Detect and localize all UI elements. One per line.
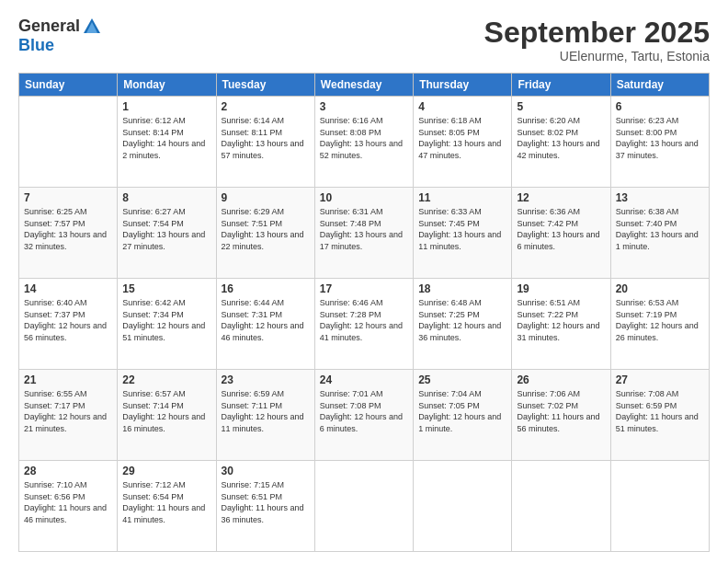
day-number: 12 xyxy=(517,191,605,204)
header-wednesday: Wednesday xyxy=(314,74,413,97)
day-number: 28 xyxy=(24,465,112,477)
day-info: Sunrise: 6:29 AMSunset: 7:51 PMDaylight:… xyxy=(222,206,310,252)
day-number: 9 xyxy=(222,191,310,204)
calendar-week-4: 28Sunrise: 7:10 AMSunset: 6:56 PMDayligh… xyxy=(19,461,710,552)
logo-icon xyxy=(82,17,102,37)
calendar-cell: 7Sunrise: 6:25 AMSunset: 7:57 PMDaylight… xyxy=(19,188,118,279)
calendar-cell: 23Sunrise: 6:59 AMSunset: 7:11 PMDayligh… xyxy=(216,370,314,461)
day-number: 22 xyxy=(122,373,210,386)
calendar-cell: 10Sunrise: 6:31 AMSunset: 7:48 PMDayligh… xyxy=(314,188,413,279)
header-thursday: Thursday xyxy=(414,74,512,97)
calendar-table: Sunday Monday Tuesday Wednesday Thursday… xyxy=(18,73,710,552)
calendar-cell xyxy=(314,461,413,552)
day-info: Sunrise: 6:20 AMSunset: 8:02 PMDaylight:… xyxy=(517,115,605,161)
logo: General Blue xyxy=(18,17,102,55)
header: General Blue September 2025 UElenurme, T… xyxy=(18,17,710,63)
day-info: Sunrise: 7:01 AMSunset: 7:08 PMDaylight:… xyxy=(320,388,408,434)
calendar-cell: 25Sunrise: 7:04 AMSunset: 7:05 PMDayligh… xyxy=(414,370,512,461)
day-number: 2 xyxy=(222,100,310,113)
calendar-cell: 8Sunrise: 6:27 AMSunset: 7:54 PMDaylight… xyxy=(118,188,216,279)
header-monday: Monday xyxy=(118,74,216,97)
title-block: September 2025 UElenurme, Tartu, Estonia xyxy=(484,17,710,63)
day-number: 27 xyxy=(616,373,704,386)
calendar-cell: 15Sunrise: 6:42 AMSunset: 7:34 PMDayligh… xyxy=(118,279,216,370)
day-info: Sunrise: 6:46 AMSunset: 7:28 PMDaylight:… xyxy=(320,297,408,343)
day-number: 3 xyxy=(320,100,408,113)
day-info: Sunrise: 6:31 AMSunset: 7:48 PMDaylight:… xyxy=(320,206,408,252)
calendar-week-2: 14Sunrise: 6:40 AMSunset: 7:37 PMDayligh… xyxy=(19,279,710,370)
calendar-cell: 2Sunrise: 6:14 AMSunset: 8:11 PMDaylight… xyxy=(216,97,314,188)
calendar-cell xyxy=(414,461,512,552)
day-number: 13 xyxy=(616,191,704,204)
calendar-cell: 22Sunrise: 6:57 AMSunset: 7:14 PMDayligh… xyxy=(118,370,216,461)
day-info: Sunrise: 6:16 AMSunset: 8:08 PMDaylight:… xyxy=(320,115,408,161)
day-number: 1 xyxy=(122,100,210,113)
day-info: Sunrise: 7:10 AMSunset: 6:56 PMDaylight:… xyxy=(24,479,112,525)
calendar-week-0: 1Sunrise: 6:12 AMSunset: 8:14 PMDaylight… xyxy=(19,97,710,188)
day-info: Sunrise: 6:33 AMSunset: 7:45 PMDaylight:… xyxy=(418,206,506,252)
day-info: Sunrise: 6:53 AMSunset: 7:19 PMDaylight:… xyxy=(616,297,704,343)
day-number: 11 xyxy=(418,191,506,204)
day-number: 23 xyxy=(222,373,310,386)
day-info: Sunrise: 6:36 AMSunset: 7:42 PMDaylight:… xyxy=(517,206,605,252)
day-number: 24 xyxy=(320,373,408,386)
day-number: 8 xyxy=(122,191,210,204)
day-info: Sunrise: 6:44 AMSunset: 7:31 PMDaylight:… xyxy=(222,297,310,343)
day-number: 30 xyxy=(222,465,310,477)
day-number: 18 xyxy=(418,282,506,295)
calendar-cell: 16Sunrise: 6:44 AMSunset: 7:31 PMDayligh… xyxy=(216,279,314,370)
header-sunday: Sunday xyxy=(19,74,118,97)
day-info: Sunrise: 7:08 AMSunset: 6:59 PMDaylight:… xyxy=(616,388,704,434)
calendar-cell: 26Sunrise: 7:06 AMSunset: 7:02 PMDayligh… xyxy=(512,370,610,461)
weekday-header-row: Sunday Monday Tuesday Wednesday Thursday… xyxy=(19,74,710,97)
day-number: 25 xyxy=(418,373,506,386)
day-info: Sunrise: 6:42 AMSunset: 7:34 PMDaylight:… xyxy=(122,297,210,343)
day-info: Sunrise: 6:12 AMSunset: 8:14 PMDaylight:… xyxy=(122,115,210,161)
day-number: 16 xyxy=(222,282,310,295)
calendar-week-3: 21Sunrise: 6:55 AMSunset: 7:17 PMDayligh… xyxy=(19,370,710,461)
calendar-cell: 18Sunrise: 6:48 AMSunset: 7:25 PMDayligh… xyxy=(414,279,512,370)
day-info: Sunrise: 6:25 AMSunset: 7:57 PMDaylight:… xyxy=(24,206,112,252)
header-friday: Friday xyxy=(512,74,610,97)
calendar-cell: 14Sunrise: 6:40 AMSunset: 7:37 PMDayligh… xyxy=(19,279,118,370)
calendar-cell: 28Sunrise: 7:10 AMSunset: 6:56 PMDayligh… xyxy=(19,461,118,552)
location-subtitle: UElenurme, Tartu, Estonia xyxy=(484,49,710,63)
calendar-cell: 27Sunrise: 7:08 AMSunset: 6:59 PMDayligh… xyxy=(610,370,709,461)
day-info: Sunrise: 6:59 AMSunset: 7:11 PMDaylight:… xyxy=(222,388,310,434)
day-number: 5 xyxy=(517,100,605,113)
calendar-cell: 21Sunrise: 6:55 AMSunset: 7:17 PMDayligh… xyxy=(19,370,118,461)
day-info: Sunrise: 6:18 AMSunset: 8:05 PMDaylight:… xyxy=(418,115,506,161)
header-tuesday: Tuesday xyxy=(216,74,314,97)
day-info: Sunrise: 6:23 AMSunset: 8:00 PMDaylight:… xyxy=(616,115,704,161)
day-number: 14 xyxy=(24,282,112,295)
day-info: Sunrise: 6:55 AMSunset: 7:17 PMDaylight:… xyxy=(24,388,112,434)
day-number: 7 xyxy=(24,191,112,204)
calendar-cell: 3Sunrise: 6:16 AMSunset: 8:08 PMDaylight… xyxy=(314,97,413,188)
calendar-cell: 20Sunrise: 6:53 AMSunset: 7:19 PMDayligh… xyxy=(610,279,709,370)
calendar-cell: 13Sunrise: 6:38 AMSunset: 7:40 PMDayligh… xyxy=(610,188,709,279)
day-info: Sunrise: 7:04 AMSunset: 7:05 PMDaylight:… xyxy=(418,388,506,434)
logo-general-text: General xyxy=(18,17,80,36)
logo-blue-text: Blue xyxy=(18,36,54,54)
day-info: Sunrise: 7:15 AMSunset: 6:51 PMDaylight:… xyxy=(222,479,310,525)
day-info: Sunrise: 6:14 AMSunset: 8:11 PMDaylight:… xyxy=(222,115,310,161)
calendar-cell: 11Sunrise: 6:33 AMSunset: 7:45 PMDayligh… xyxy=(414,188,512,279)
day-number: 17 xyxy=(320,282,408,295)
day-number: 26 xyxy=(517,373,605,386)
calendar-page: General Blue September 2025 UElenurme, T… xyxy=(0,0,728,563)
calendar-cell: 17Sunrise: 6:46 AMSunset: 7:28 PMDayligh… xyxy=(314,279,413,370)
calendar-cell: 4Sunrise: 6:18 AMSunset: 8:05 PMDaylight… xyxy=(414,97,512,188)
day-info: Sunrise: 7:06 AMSunset: 7:02 PMDaylight:… xyxy=(517,388,605,434)
day-info: Sunrise: 6:27 AMSunset: 7:54 PMDaylight:… xyxy=(122,206,210,252)
calendar-cell: 24Sunrise: 7:01 AMSunset: 7:08 PMDayligh… xyxy=(314,370,413,461)
calendar-week-1: 7Sunrise: 6:25 AMSunset: 7:57 PMDaylight… xyxy=(19,188,710,279)
day-info: Sunrise: 6:38 AMSunset: 7:40 PMDaylight:… xyxy=(616,206,704,252)
day-number: 20 xyxy=(616,282,704,295)
calendar-cell: 6Sunrise: 6:23 AMSunset: 8:00 PMDaylight… xyxy=(610,97,709,188)
calendar-cell: 29Sunrise: 7:12 AMSunset: 6:54 PMDayligh… xyxy=(118,461,216,552)
day-info: Sunrise: 7:12 AMSunset: 6:54 PMDaylight:… xyxy=(122,479,210,525)
calendar-cell: 12Sunrise: 6:36 AMSunset: 7:42 PMDayligh… xyxy=(512,188,610,279)
day-number: 10 xyxy=(320,191,408,204)
day-info: Sunrise: 6:40 AMSunset: 7:37 PMDaylight:… xyxy=(24,297,112,343)
calendar-cell: 19Sunrise: 6:51 AMSunset: 7:22 PMDayligh… xyxy=(512,279,610,370)
